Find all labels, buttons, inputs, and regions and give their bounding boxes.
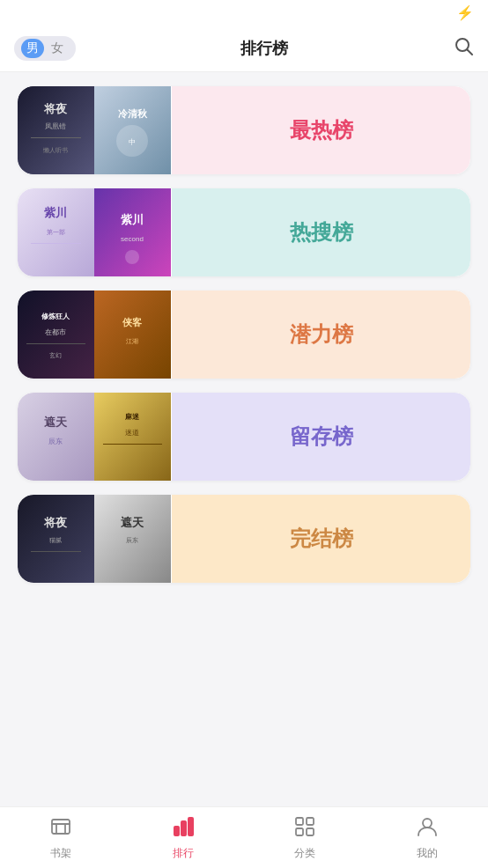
svg-text:江湖: 江湖	[126, 338, 138, 344]
rank-card-completed[interactable]: 将夜 猫腻	[18, 495, 470, 583]
svg-rect-41	[52, 820, 70, 834]
svg-rect-48	[296, 818, 303, 825]
gender-male-button[interactable]: 男	[21, 39, 44, 58]
svg-text:将夜: 将夜	[43, 516, 68, 529]
book-cover-7: 遮天 辰东	[18, 393, 94, 481]
category-icon	[292, 814, 317, 842]
gender-toggle[interactable]: 男 女	[14, 36, 76, 61]
nav-item-shelf[interactable]: 书架	[0, 814, 122, 861]
svg-text:冷清秋: 冷清秋	[118, 108, 148, 119]
rank-card-trending[interactable]: 紫川 第一部	[18, 188, 470, 276]
cover-images-trending: 紫川 第一部	[18, 188, 172, 276]
svg-text:辰东: 辰东	[126, 537, 138, 543]
book-cover-6: 侠客 江湖	[94, 291, 171, 379]
svg-text:在都市: 在都市	[45, 328, 66, 336]
svg-line-1	[468, 49, 473, 55]
shelf-icon	[48, 814, 73, 842]
nav-item-ranking[interactable]: 排行	[122, 814, 245, 861]
bolt-icon: ⚡	[456, 4, 474, 21]
svg-rect-22	[26, 343, 85, 344]
svg-rect-51	[307, 828, 314, 835]
rank-label-trending: 热搜榜	[172, 188, 470, 276]
svg-rect-45	[174, 827, 179, 835]
svg-rect-37	[31, 551, 81, 552]
page-title: 排行榜	[240, 38, 288, 59]
svg-text:玄幻: 玄幻	[49, 352, 62, 358]
cover-images-hottest: 将夜 凤凰错 懒人听书	[18, 86, 172, 174]
ranking-icon	[171, 814, 196, 842]
svg-rect-27	[18, 393, 94, 481]
svg-text:迷道: 迷道	[125, 429, 139, 437]
cover-images-potential: 修炼狂人 在都市 玄幻	[18, 291, 172, 379]
book-cover-1: 将夜 凤凰错 懒人听书	[18, 86, 94, 174]
search-button[interactable]	[453, 35, 474, 62]
rank-label-text-retention: 留存榜	[290, 423, 353, 451]
nav-item-category[interactable]: 分类	[244, 814, 366, 861]
svg-rect-5	[31, 137, 81, 138]
svg-text:遮天: 遮天	[44, 416, 68, 429]
svg-rect-14	[31, 243, 81, 244]
svg-text:将夜: 将夜	[43, 102, 68, 115]
svg-rect-49	[307, 818, 314, 825]
category-label: 分类	[294, 846, 315, 861]
bottom-navigation: 书架 排行 分类 我的	[0, 806, 488, 868]
cover-images-retention: 遮天 辰东 麻迷	[18, 393, 172, 481]
svg-text:second: second	[121, 235, 144, 243]
status-bar: ⚡	[0, 0, 488, 25]
svg-text:凤凰错: 凤凰错	[45, 122, 66, 130]
book-cover-8: 麻迷 迷道	[94, 393, 171, 481]
svg-text:中: 中	[129, 138, 136, 146]
book-cover-4: 紫川 second	[94, 188, 171, 276]
rank-card-retention[interactable]: 遮天 辰东 麻迷	[18, 393, 470, 481]
svg-text:麻迷: 麻迷	[125, 412, 140, 421]
rank-card-potential[interactable]: 修炼狂人 在都市 玄幻	[18, 291, 470, 379]
nav-item-profile[interactable]: 我的	[366, 814, 489, 861]
shelf-label: 书架	[50, 846, 71, 861]
rank-label-hottest: 最热榜	[172, 86, 470, 174]
svg-point-18	[125, 250, 139, 264]
ranking-label: 排行	[173, 846, 194, 861]
svg-text:修炼狂人: 修炼狂人	[41, 313, 70, 320]
svg-rect-47	[189, 818, 193, 835]
rank-label-potential: 潜力榜	[172, 291, 470, 379]
svg-text:懒人听书: 懒人听书	[42, 147, 68, 154]
rank-label-text-potential: 潜力榜	[290, 320, 353, 349]
rank-label-text-trending: 热搜榜	[290, 218, 353, 246]
cover-images-completed: 将夜 猫腻	[18, 495, 172, 583]
svg-text:第一部: 第一部	[47, 229, 65, 235]
svg-rect-33	[103, 444, 162, 445]
svg-text:猫腻: 猫腻	[49, 537, 62, 543]
svg-text:紫川: 紫川	[121, 213, 144, 226]
svg-text:遮天: 遮天	[121, 516, 144, 529]
rankings-list: 将夜 凤凰错 懒人听书	[0, 72, 488, 806]
rank-card-hottest[interactable]: 将夜 凤凰错 懒人听书	[18, 86, 470, 174]
svg-rect-50	[296, 828, 303, 835]
profile-label: 我的	[417, 846, 438, 861]
svg-rect-30	[94, 393, 171, 481]
book-cover-9: 将夜 猫腻	[18, 495, 94, 583]
rank-label-completed: 完结榜	[172, 495, 470, 583]
rank-label-text-completed: 完结榜	[290, 525, 353, 553]
rank-label-retention: 留存榜	[172, 393, 470, 481]
book-cover-3: 紫川 第一部	[18, 188, 94, 276]
svg-rect-2	[18, 86, 94, 174]
svg-text:紫川: 紫川	[44, 206, 67, 219]
svg-rect-46	[181, 821, 186, 835]
header: 男 女 排行榜	[0, 25, 488, 72]
book-cover-10: 遮天 辰东	[94, 495, 171, 583]
svg-rect-24	[94, 291, 171, 379]
svg-point-52	[423, 819, 432, 828]
svg-text:侠客: 侠客	[122, 317, 143, 327]
svg-text:辰东: 辰东	[48, 438, 63, 445]
rank-label-text-hottest: 最热榜	[290, 116, 353, 144]
book-cover-5: 修炼狂人 在都市 玄幻	[18, 291, 94, 379]
gender-female-button[interactable]: 女	[46, 39, 69, 58]
book-cover-2: 冷清秋 中	[94, 86, 171, 174]
profile-icon	[415, 814, 440, 842]
